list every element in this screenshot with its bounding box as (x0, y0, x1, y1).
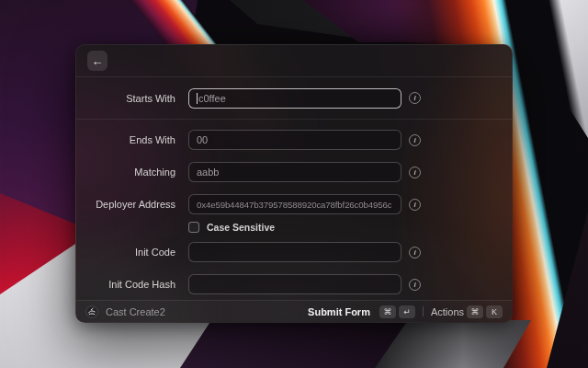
case-sensitive-checkbox[interactable] (188, 222, 199, 233)
form-row-ends-with: Ends With 00 i (76, 130, 512, 150)
starts-with-input[interactable]: c0ffee (188, 88, 401, 109)
action-bar-separator (423, 306, 424, 316)
form-row-init-code-hash: Init Code Hash i (76, 274, 512, 294)
info-icon[interactable]: i (409, 199, 421, 211)
desktop: ← Starts With c0ffee i Ends With 00 i Ma… (0, 0, 588, 368)
cmd-key-icon: ⌘ (467, 305, 483, 318)
matching-input[interactable]: aabb (188, 162, 401, 182)
deployer-address-input[interactable]: 0x4e59b44847b379578588920ca78fbf26c0b495… (188, 194, 401, 214)
k-key-icon: K (486, 305, 503, 318)
cmd-key-icon: ⌘ (379, 305, 396, 318)
checkbox-label: Case Sensitive (207, 222, 275, 233)
init-code-hash-input[interactable] (188, 274, 401, 294)
field-label: Init Code Hash (91, 279, 175, 290)
form-row-case-sensitive: Case Sensitive (188, 222, 512, 233)
section-divider (76, 119, 512, 120)
form-row-deployer-address: Deployer Address 0x4e59b44847b3795785889… (76, 194, 512, 214)
foundry-extension-icon (85, 305, 98, 318)
field-label: Init Code (91, 247, 175, 258)
return-key-icon: ↵ (399, 305, 415, 318)
actions-button[interactable]: Actions (431, 306, 464, 317)
input-value: aabb (197, 167, 219, 178)
init-code-input[interactable] (188, 242, 401, 262)
field-label: Starts With (91, 93, 175, 104)
info-icon[interactable]: i (409, 92, 421, 104)
form-row-init-code: Init Code i (76, 242, 512, 262)
info-icon[interactable]: i (409, 134, 421, 146)
field-label: Ends With (91, 134, 175, 145)
input-value: 0x4e59b44847b379578588920ca78fbf26c0b495… (197, 200, 391, 210)
input-value: c0ffee (198, 93, 226, 104)
action-bar: Cast Create2 Submit Form ⌘ ↵ Actions ⌘ K (76, 300, 512, 322)
info-icon[interactable]: i (409, 167, 421, 178)
extension-name: Cast Create2 (106, 306, 165, 317)
action-bar-right: Submit Form ⌘ ↵ Actions ⌘ K (308, 305, 503, 318)
form-row-starts-with: Starts With c0ffee i (76, 77, 512, 119)
ends-with-input[interactable]: 00 (188, 130, 401, 150)
input-value: 00 (197, 134, 208, 145)
window-header: ← (76, 45, 512, 76)
field-label: Matching (91, 167, 175, 178)
back-arrow-icon: ← (92, 54, 104, 68)
info-icon[interactable]: i (409, 279, 421, 291)
form-row-matching: Matching aabb i (76, 162, 512, 182)
raycast-window: ← Starts With c0ffee i Ends With 00 i Ma… (75, 44, 513, 323)
field-label: Deployer Address (91, 199, 175, 210)
info-icon[interactable]: i (409, 247, 421, 259)
text-cursor (197, 93, 198, 104)
submit-form-button[interactable]: Submit Form (308, 306, 370, 317)
back-button[interactable]: ← (87, 51, 107, 71)
